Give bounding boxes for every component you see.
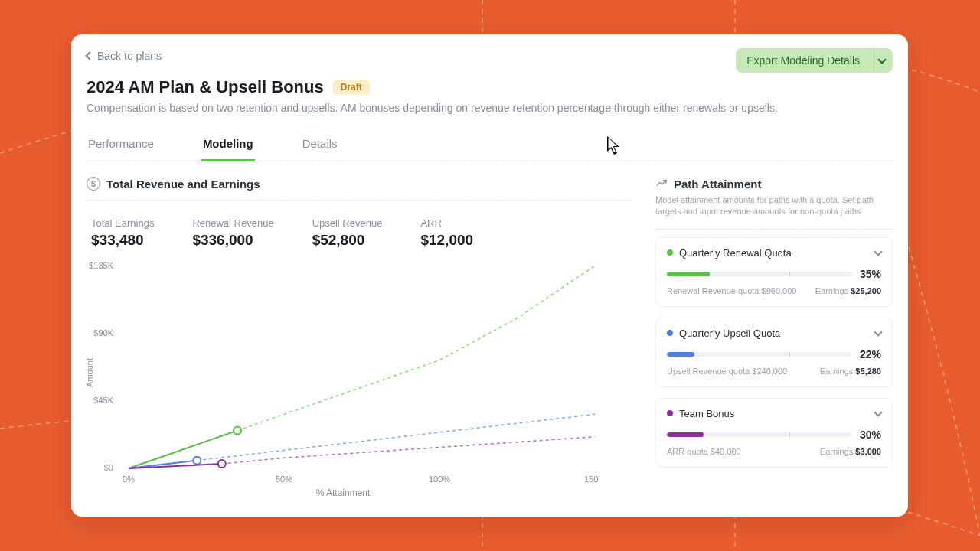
stat-label: Upsell Revenue — [312, 217, 383, 229]
progress-pct: 35% — [860, 268, 881, 280]
svg-point-16 — [218, 460, 226, 468]
chart-x-label: % Attainment — [87, 487, 599, 498]
quota-line: Upsell Revenue quota $240,000 — [667, 367, 787, 376]
stat-value: $52,800 — [312, 232, 383, 249]
path-title: Quarterly Upsell Quota — [679, 328, 869, 339]
chevron-down-icon — [874, 247, 882, 256]
tab-details[interactable]: Details — [301, 131, 339, 161]
export-button[interactable]: Export Modeling Details — [736, 48, 871, 73]
path-toggle[interactable]: Quarterly Upsell Quota — [667, 328, 881, 339]
svg-text:$90K: $90K — [93, 328, 113, 337]
stat-label: Total Earnings — [91, 217, 154, 229]
svg-text:$45K: $45K — [93, 396, 113, 405]
quota-line: ARR quota $40,000 — [667, 447, 741, 456]
path-toggle[interactable]: Quarterly Renewal Quota — [667, 247, 881, 259]
path-title: Quarterly Renewal Quota — [679, 247, 869, 259]
series-dot-icon — [667, 249, 673, 256]
earnings-line: Earnings $5,280 — [820, 367, 881, 376]
path-toggle[interactable]: Team Bonus — [667, 408, 881, 419]
path-panel-subtitle: Model attainment amounts for paths with … — [655, 194, 893, 218]
tab-modeling[interactable]: Modeling — [201, 131, 255, 161]
path-item-upsell: Quarterly Upsell Quota 22% Upsell Revenu… — [655, 318, 893, 387]
tab-performance[interactable]: Performance — [87, 131, 155, 161]
progress-pct: 22% — [860, 348, 881, 360]
stat-value: $33,480 — [91, 232, 154, 249]
stat-label: Renewal Revenue — [192, 217, 273, 229]
progress-fill — [667, 432, 704, 437]
chevron-left-icon — [85, 51, 93, 60]
stat-value: $12,000 — [420, 232, 473, 249]
earnings-line: Earnings $3,000 — [820, 447, 881, 456]
path-item-renewal: Quarterly Renewal Quota 35% Renewal Reve… — [655, 237, 893, 307]
trend-up-icon — [655, 177, 668, 191]
path-item-team: Team Bonus 30% ARR quota $40,000 Earning… — [655, 398, 893, 468]
dollar-icon: $ — [87, 177, 100, 191]
svg-text:150%: 150% — [584, 474, 599, 484]
path-title: Team Bonus — [679, 408, 869, 419]
back-label: Back to plans — [97, 50, 162, 62]
page-subtitle: Compensation is based on two retention a… — [87, 102, 893, 114]
path-panel-title: Path Attainment — [674, 178, 761, 191]
progress-track — [667, 432, 852, 437]
earnings-line: Earnings $25,200 — [815, 286, 881, 295]
progress-fill — [667, 352, 694, 357]
svg-text:100%: 100% — [429, 474, 450, 484]
stat-label: ARR — [420, 217, 473, 229]
progress-fill — [667, 272, 710, 276]
back-to-plans-link[interactable]: Back to plans — [87, 50, 162, 62]
export-dropdown-button[interactable] — [871, 48, 893, 73]
attainment-chart: $135K $90K $45K $0 Amount 0% 50% 100% 15… — [87, 258, 599, 487]
page-title: 2024 AM Plan & Upsell Bonus — [87, 77, 324, 97]
revenue-panel-title: Total Revenue and Earnings — [106, 178, 260, 191]
chevron-down-icon — [874, 408, 882, 416]
stat-value: $336,000 — [192, 232, 273, 249]
progress-track — [667, 352, 852, 357]
series-dot-icon — [667, 330, 673, 336]
svg-text:50%: 50% — [276, 474, 292, 484]
svg-text:$135K: $135K — [89, 261, 113, 270]
svg-point-12 — [234, 427, 241, 435]
export-label: Export Modeling Details — [746, 54, 860, 67]
svg-point-14 — [193, 457, 201, 465]
svg-text:0%: 0% — [122, 474, 135, 484]
svg-text:$0: $0 — [104, 463, 113, 472]
series-dot-icon — [667, 410, 673, 416]
progress-track — [667, 272, 852, 276]
status-badge: Draft — [333, 80, 370, 95]
svg-text:Amount: Amount — [87, 358, 94, 387]
quota-line: Renewal Revenue quota $960,000 — [667, 286, 796, 295]
progress-pct: 30% — [860, 429, 881, 441]
chevron-down-icon — [877, 55, 886, 64]
chevron-down-icon — [874, 328, 882, 336]
